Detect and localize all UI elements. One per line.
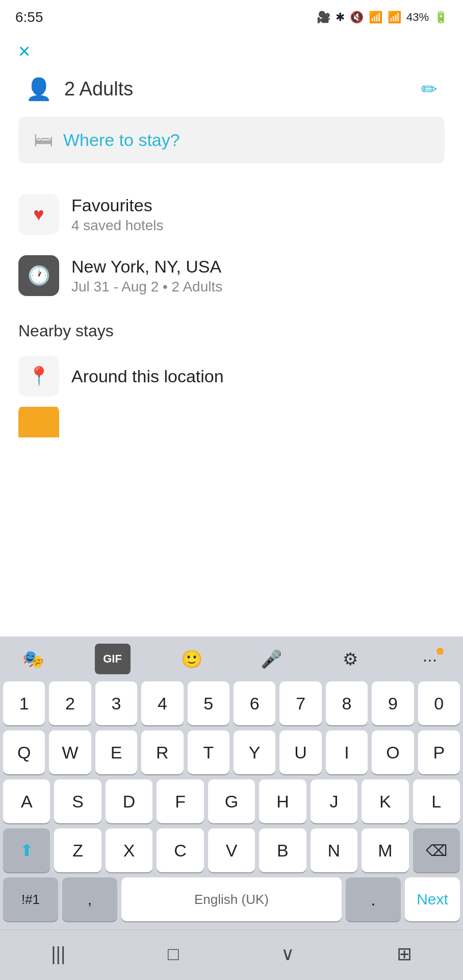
new-york-text: New York, NY, USA Jul 31 - Aug 2 • 2 Adu… xyxy=(71,257,222,295)
emoji-icon: 🙂 xyxy=(181,649,202,669)
shift-key[interactable]: ⬆ xyxy=(3,828,50,872)
key-j[interactable]: J xyxy=(311,779,357,823)
key-w[interactable]: W xyxy=(49,730,91,774)
battery-icon: 🔋 xyxy=(434,11,448,24)
favourites-icon-wrap: ♥ xyxy=(18,194,59,235)
list-item-favourites[interactable]: ♥ Favourites 4 saved hotels xyxy=(18,184,445,245)
key-2[interactable]: 2 xyxy=(49,681,91,725)
key-7[interactable]: 7 xyxy=(279,681,321,725)
partial-item xyxy=(0,407,463,437)
key-h[interactable]: H xyxy=(259,779,306,823)
more-button[interactable]: ··· xyxy=(412,644,448,674)
key-k[interactable]: K xyxy=(362,779,408,823)
sticker-button[interactable]: 🎭 xyxy=(15,644,51,674)
nearby-heading: Nearby stays xyxy=(0,311,463,346)
comma-key[interactable]: , xyxy=(62,877,117,921)
history-icon: 🕐 xyxy=(28,265,50,286)
key-x[interactable]: X xyxy=(106,828,152,872)
backspace-key[interactable]: ⌫ xyxy=(413,828,460,872)
search-box[interactable]: 🛏 Where to stay? xyxy=(18,117,445,163)
edit-button[interactable]: ✏ xyxy=(421,78,438,101)
wifi-icon: 📶 xyxy=(369,11,382,24)
key-rows: 1 2 3 4 5 6 7 8 9 0 Q W E R T Y U I O P … xyxy=(0,681,463,929)
key-f[interactable]: F xyxy=(157,779,203,823)
list-item-new-york[interactable]: 🕐 New York, NY, USA Jul 31 - Aug 2 • 2 A… xyxy=(18,245,445,306)
gif-button[interactable]: GIF xyxy=(95,644,131,674)
search-placeholder: Where to stay? xyxy=(63,130,180,150)
bottom-row: !#1 , English (UK) . Next xyxy=(3,877,460,921)
bed-icon: 🛏 xyxy=(34,129,53,151)
nav-home-button[interactable]: □ xyxy=(158,938,189,970)
key-s[interactable]: S xyxy=(54,779,101,823)
key-l[interactable]: L xyxy=(413,779,460,823)
next-key[interactable]: Next xyxy=(405,877,460,921)
favourites-subtitle: 4 saved hotels xyxy=(71,217,164,234)
key-e[interactable]: E xyxy=(95,730,137,774)
key-t[interactable]: T xyxy=(188,730,229,774)
key-i[interactable]: I xyxy=(326,730,368,774)
key-g[interactable]: G xyxy=(208,779,255,823)
favourites-text: Favourites 4 saved hotels xyxy=(71,195,164,234)
more-icon: ··· xyxy=(423,649,437,669)
mute-icon: 🔇 xyxy=(350,11,364,24)
key-d[interactable]: D xyxy=(106,779,152,823)
key-v[interactable]: V xyxy=(208,828,255,872)
new-york-subtitle: Jul 31 - Aug 2 • 2 Adults xyxy=(71,279,222,295)
heart-icon: ♥ xyxy=(33,204,44,225)
qwerty-row: Q W E R T Y U I O P xyxy=(3,730,460,774)
location-icon: 📍 xyxy=(28,365,50,387)
key-z[interactable]: Z xyxy=(54,828,101,872)
status-time: 6:55 xyxy=(15,9,43,26)
key-5[interactable]: 5 xyxy=(188,681,229,725)
bottom-nav: ||| □ ∨ ⊞ xyxy=(0,929,463,980)
key-c[interactable]: C xyxy=(157,828,203,872)
key-8[interactable]: 8 xyxy=(326,681,368,725)
new-york-title: New York, NY, USA xyxy=(71,257,222,277)
key-p[interactable]: P xyxy=(418,730,460,774)
nearby-item[interactable]: 📍 Around this location xyxy=(0,346,463,407)
guest-left: 👤 2 Adults xyxy=(25,77,133,102)
nav-back-button[interactable]: ||| xyxy=(41,938,75,970)
key-y[interactable]: Y xyxy=(234,730,275,774)
favourites-title: Favourites xyxy=(71,195,164,215)
key-q[interactable]: Q xyxy=(3,730,45,774)
key-0[interactable]: 0 xyxy=(418,681,460,725)
key-m[interactable]: M xyxy=(362,828,408,872)
guest-row: 👤 2 Adults ✏ xyxy=(0,66,463,112)
signal-icon: 📶 xyxy=(388,11,401,24)
key-o[interactable]: O xyxy=(372,730,414,774)
keyboard-toolbar: 🎭 GIF 🙂 🎤 ⚙ ··· xyxy=(0,636,463,681)
close-button[interactable]: × xyxy=(18,41,30,61)
number-row: 1 2 3 4 5 6 7 8 9 0 xyxy=(3,681,460,725)
notification-dot xyxy=(436,648,444,655)
key-u[interactable]: U xyxy=(279,730,321,774)
settings-icon: ⚙ xyxy=(343,649,358,669)
key-6[interactable]: 6 xyxy=(234,681,275,725)
key-n[interactable]: N xyxy=(311,828,357,872)
key-a[interactable]: A xyxy=(3,779,50,823)
mic-icon: 🎤 xyxy=(261,649,282,669)
battery-percent: 43% xyxy=(406,11,429,24)
key-9[interactable]: 9 xyxy=(372,681,414,725)
video-icon: 🎥 xyxy=(317,11,330,24)
key-1[interactable]: 1 xyxy=(3,681,45,725)
key-4[interactable]: 4 xyxy=(141,681,183,725)
mic-button[interactable]: 🎤 xyxy=(253,644,289,674)
key-r[interactable]: R xyxy=(141,730,183,774)
nav-recent-button[interactable]: ∨ xyxy=(271,938,304,970)
status-icons: 🎥 ✱ 🔇 📶 📶 43% 🔋 xyxy=(317,11,448,24)
bluetooth-icon: ✱ xyxy=(336,11,345,24)
guest-icon: 👤 xyxy=(25,77,52,102)
zxcv-row: ⬆ Z X C V B N M ⌫ xyxy=(3,828,460,872)
emoji-button[interactable]: 🙂 xyxy=(174,644,210,674)
history-icon-wrap: 🕐 xyxy=(18,255,59,296)
partial-icon-wrap xyxy=(18,407,59,437)
nav-menu-button[interactable]: ⊞ xyxy=(387,938,422,970)
symbols-key[interactable]: !#1 xyxy=(3,877,58,921)
settings-button[interactable]: ⚙ xyxy=(332,644,368,674)
period-key[interactable]: . xyxy=(346,877,401,921)
space-key[interactable]: English (UK) xyxy=(121,877,342,921)
key-3[interactable]: 3 xyxy=(95,681,137,725)
header: × xyxy=(0,31,463,66)
key-b[interactable]: B xyxy=(259,828,306,872)
